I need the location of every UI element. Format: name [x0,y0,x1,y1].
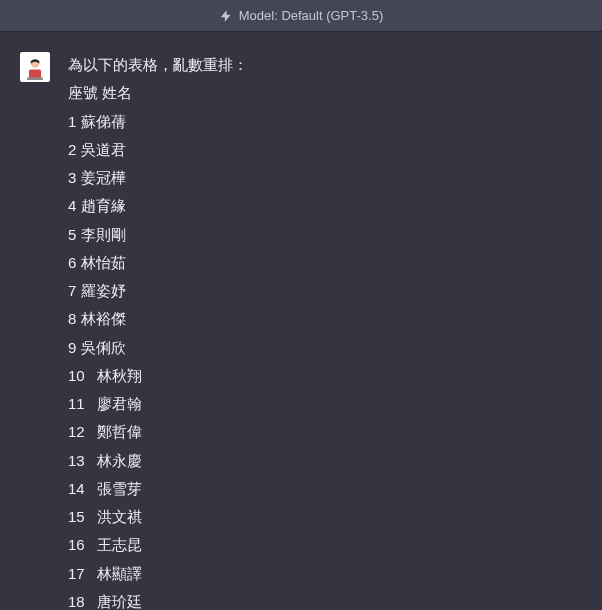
model-bar: Model: Default (GPT-3.5) [0,0,602,32]
table-row: 4 趙育緣 [68,193,582,219]
table-row: 18 唐玠廷 [68,589,582,610]
table-row: 14 張雪芽 [68,476,582,502]
table-row: 17 林顯譯 [68,561,582,587]
model-label: Model: Default (GPT-3.5) [239,8,384,23]
table-row: 16 王志昆 [68,532,582,558]
table-row: 10 林秋翔 [68,363,582,389]
bolt-icon [219,9,233,23]
svg-rect-2 [29,70,41,79]
table-row: 7 羅姿妤 [68,278,582,304]
table-row: 3 姜冠樺 [68,165,582,191]
table-row: 8 林裕傑 [68,306,582,332]
table-row: 12 鄭哲偉 [68,419,582,445]
table-rows: 1 蘇俤蒨2 吳道君3 姜冠樺4 趙育緣5 李則剛6 林怡茹7 羅姿妤8 林裕傑… [68,109,582,611]
avatar [20,52,50,82]
table-row: 11 廖君翰 [68,391,582,417]
table-row: 6 林怡茹 [68,250,582,276]
prompt-text: 為以下的表格，亂數重排： [68,52,582,78]
svg-rect-3 [27,77,43,80]
table-row: 2 吳道君 [68,137,582,163]
header-name: 姓名 [102,84,132,101]
table-row: 15 洪文祺 [68,504,582,530]
table-row: 1 蘇俤蒨 [68,109,582,135]
table-row: 13 林永慶 [68,448,582,474]
header-seat: 座號 [68,84,98,101]
message-content: 為以下的表格，亂數重排： 座號 姓名 1 蘇俤蒨2 吳道君3 姜冠樺4 趙育緣5… [68,52,582,610]
user-message: 為以下的表格，亂數重排： 座號 姓名 1 蘇俤蒨2 吳道君3 姜冠樺4 趙育緣5… [0,32,602,610]
table-header: 座號 姓名 [68,80,582,106]
table-row: 9 吳俐欣 [68,335,582,361]
table-row: 5 李則剛 [68,222,582,248]
